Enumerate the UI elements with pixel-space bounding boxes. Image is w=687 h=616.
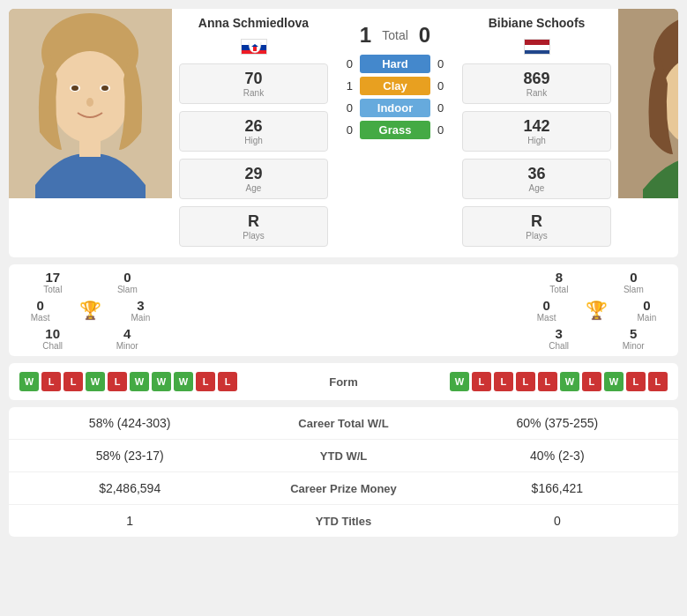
svg-point-7 xyxy=(86,98,93,107)
svg-rect-13 xyxy=(525,40,550,45)
anna-plays-label: Plays xyxy=(180,231,327,241)
anna-rank-label: Rank xyxy=(180,88,327,98)
indoor-badge: Indoor xyxy=(360,99,430,117)
bibiane-main-val: 0 xyxy=(638,298,657,313)
bibiane-plays-box: R Plays xyxy=(462,206,611,247)
anna-rank-value: 70 xyxy=(180,70,327,88)
anna-chall-lbl: Chall xyxy=(42,341,63,351)
bibiane-minor-val: 5 xyxy=(623,326,645,341)
bibiane-form-9: L xyxy=(626,372,646,391)
grass-right-score: 0 xyxy=(437,123,452,137)
bibiane-age-box: 36 Age xyxy=(462,159,611,199)
anna-minor-lbl: Minor xyxy=(116,341,138,351)
ytd-wl-label: YTD W/L xyxy=(236,449,450,463)
grass-left-score: 0 xyxy=(339,123,353,137)
bibiane-form-7: L xyxy=(582,372,601,391)
bibiane-form-8: W xyxy=(604,372,624,391)
anna-form-6: W xyxy=(130,372,149,391)
bibiane-slam-val: 0 xyxy=(624,270,644,285)
form-label: Form xyxy=(269,375,419,389)
bibiane-age-label: Age xyxy=(463,183,610,193)
bibiane-total-lbl: Total xyxy=(549,285,568,294)
hard-left-score: 0 xyxy=(339,57,353,71)
main-container: Anna Schmiedlova 70 Rank 26 High xyxy=(0,0,687,545)
bibiane-total-val: 8 xyxy=(549,270,568,285)
right-total-score: 0 xyxy=(419,23,430,48)
bibiane-photo xyxy=(618,9,678,198)
hard-badge: Hard xyxy=(360,55,430,73)
anna-form-1: W xyxy=(19,372,39,391)
bibiane-form-5: L xyxy=(538,372,557,391)
prize-left: $2,486,594 xyxy=(23,481,236,495)
titles-center-spacer xyxy=(172,264,515,356)
svg-rect-15 xyxy=(525,50,550,55)
bibiane-mast-val: 0 xyxy=(537,298,556,313)
bibiane-chall-val: 3 xyxy=(549,326,569,341)
career-wl-left: 58% (424-303) xyxy=(23,416,236,430)
bibiane-age-value: 36 xyxy=(463,165,610,183)
anna-form-badges: W L L W L W W W L L xyxy=(19,372,269,391)
bibiane-rank-box: 869 Rank xyxy=(462,63,611,104)
bibiane-main-lbl: Main xyxy=(638,313,657,323)
surface-rows: 0 Hard 0 1 Clay 0 0 Indoor 0 xyxy=(335,51,455,143)
anna-form-4: W xyxy=(86,372,105,391)
svg-point-5 xyxy=(71,85,78,91)
bibiane-form-3: L xyxy=(494,372,513,391)
anna-high-label: High xyxy=(180,136,327,145)
indoor-left-score: 0 xyxy=(339,101,353,115)
indoor-right-score: 0 xyxy=(437,101,452,115)
center-column: 1 Total 0 0 Hard 0 1 Clay 0 xyxy=(335,9,455,257)
bibiane-high-label: High xyxy=(463,136,610,145)
anna-plays-value: R xyxy=(180,212,327,231)
bibiane-form-4: L xyxy=(516,372,535,391)
anna-slam-val: 0 xyxy=(117,270,138,285)
bibiane-form-1: W xyxy=(450,372,469,391)
anna-form-8: W xyxy=(174,372,193,391)
bibiane-flag xyxy=(455,32,618,60)
anna-titles: 17 Total 0 Slam 0 Mast 🏆 3 Main xyxy=(9,264,172,356)
clay-right-score: 0 xyxy=(437,79,452,93)
anna-mast-lbl: Mast xyxy=(31,313,50,323)
career-wl-row: 58% (424-303) Career Total W/L 60% (375-… xyxy=(9,407,678,440)
bibiane-name: Bibiane Schoofs xyxy=(455,9,618,32)
anna-chall-val: 10 xyxy=(42,326,63,341)
anna-total-val: 17 xyxy=(43,270,62,285)
anna-main-lbl: Main xyxy=(131,313,151,323)
anna-form-3: L xyxy=(63,372,83,391)
anna-form-7: W xyxy=(152,372,171,391)
surface-indoor-row: 0 Indoor 0 xyxy=(339,99,452,117)
ytd-titles-right: 0 xyxy=(451,514,664,528)
anna-flag xyxy=(172,32,335,60)
bibiane-high-value: 142 xyxy=(463,117,610,136)
ytd-wl-left: 58% (23-17) xyxy=(23,449,236,463)
player-titles-row: 17 Total 0 Slam 0 Mast 🏆 3 Main xyxy=(9,264,678,356)
anna-photo xyxy=(9,9,172,198)
total-label: Total xyxy=(371,28,419,42)
left-total-score: 1 xyxy=(360,23,371,48)
anna-name: Anna Schmiedlova xyxy=(172,9,335,32)
anna-high-box: 26 High xyxy=(179,111,328,152)
svg-point-6 xyxy=(101,85,108,91)
bibiane-plays-value: R xyxy=(463,212,610,231)
svg-rect-12 xyxy=(253,47,257,51)
player-comparison-card: Anna Schmiedlova 70 Rank 26 High xyxy=(9,9,678,257)
bibiane-plays-label: Plays xyxy=(463,231,610,241)
svg-rect-14 xyxy=(525,45,550,50)
bibiane-minor-lbl: Minor xyxy=(623,341,645,351)
anna-mast-val: 0 xyxy=(31,298,50,313)
ytd-titles-left: 1 xyxy=(23,514,236,528)
bibiane-form-badges: W L L L L W L W L L xyxy=(418,372,668,391)
bibiane-rank-value: 869 xyxy=(463,70,610,88)
prize-right: $166,421 xyxy=(451,481,664,495)
bibiane-form-2: L xyxy=(472,372,491,391)
svg-rect-8 xyxy=(79,139,101,157)
bibiane-slam-lbl: Slam xyxy=(624,285,644,294)
surface-clay-row: 1 Clay 0 xyxy=(339,77,452,95)
career-wl-right: 60% (375-255) xyxy=(451,416,664,430)
ytd-wl-row: 58% (23-17) YTD W/L 40% (2-3) xyxy=(9,440,678,472)
anna-form-5: L xyxy=(108,372,127,391)
bibiane-titles: 8 Total 0 Slam 0 Mast 🏆 0 Main xyxy=(515,264,678,356)
surface-hard-row: 0 Hard 0 xyxy=(339,55,452,73)
bibiane-form-10: L xyxy=(648,372,668,391)
anna-age-box: 29 Age xyxy=(179,159,328,199)
